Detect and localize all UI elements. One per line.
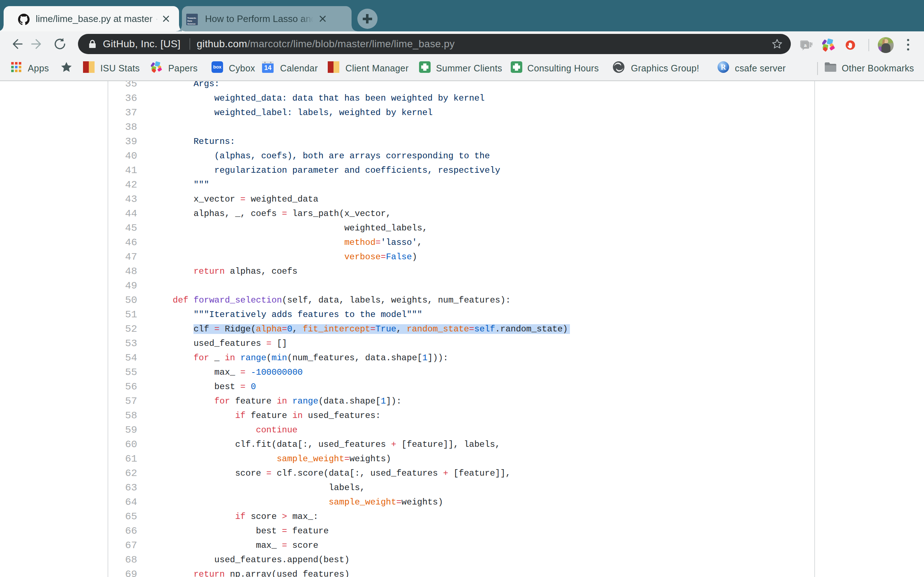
svg-text:a: a [804,43,807,48]
